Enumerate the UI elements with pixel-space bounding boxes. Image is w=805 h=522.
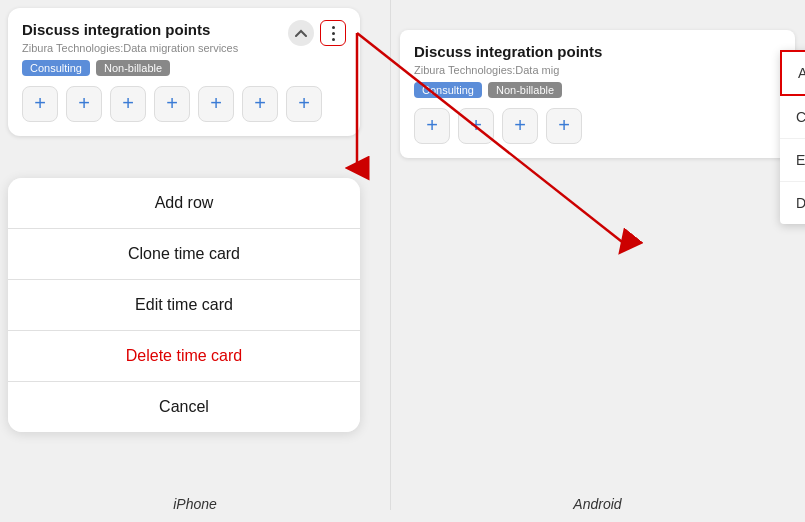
android-card-title-area: Discuss integration points Zibura Techno… xyxy=(414,42,602,76)
plus-button-7[interactable]: + xyxy=(286,86,322,122)
consulting-badge: Consulting xyxy=(22,60,90,76)
android-card-header: Discuss integration points Zibura Techno… xyxy=(414,42,781,76)
dot3 xyxy=(332,38,335,41)
android-card-subtitle: Zibura Technologies:Data mig xyxy=(414,64,602,76)
plus-button-4[interactable]: + xyxy=(154,86,190,122)
android-plus-button-3[interactable]: + xyxy=(502,108,538,144)
card-title: Discuss integration points xyxy=(22,20,238,40)
chevron-up-button[interactable] xyxy=(288,20,314,46)
android-card: Discuss integration points Zibura Techno… xyxy=(400,30,795,158)
plus-button-6[interactable]: + xyxy=(242,86,278,122)
dot1 xyxy=(332,26,335,29)
android-consulting-badge: Consulting xyxy=(414,82,482,98)
iphone-add-row[interactable]: Add row xyxy=(8,178,360,229)
android-card-container: Discuss integration points Zibura Techno… xyxy=(400,30,795,158)
plus-button-3[interactable]: + xyxy=(110,86,146,122)
dot2 xyxy=(332,32,335,35)
android-section: Discuss integration points Zibura Techno… xyxy=(400,30,795,158)
non-billable-badge: Non-billable xyxy=(96,60,170,76)
android-badge-row: Consulting Non-billable xyxy=(414,82,781,98)
android-delete-time-card[interactable]: Delete Time card xyxy=(780,182,805,224)
android-label: Android xyxy=(390,496,805,512)
android-plus-button-1[interactable]: + xyxy=(414,108,450,144)
android-edit-time-card[interactable]: Edit Time card xyxy=(780,139,805,182)
android-context-menu: Add new Time card row Clone Time card Ed… xyxy=(780,50,805,224)
plus-button-1[interactable]: + xyxy=(22,86,58,122)
plus-button-5[interactable]: + xyxy=(198,86,234,122)
android-non-billable-badge: Non-billable xyxy=(488,82,562,98)
plus-button-row: + + + + + + + xyxy=(22,86,346,122)
iphone-edit-time-card[interactable]: Edit time card xyxy=(8,280,360,331)
chevron-up-icon xyxy=(295,29,307,37)
more-options-button[interactable] xyxy=(320,20,346,46)
android-plus-button-4[interactable]: + xyxy=(546,108,582,144)
section-divider xyxy=(390,0,391,510)
card-header: Discuss integration points Zibura Techno… xyxy=(22,20,346,54)
iphone-clone-time-card[interactable]: Clone time card xyxy=(8,229,360,280)
iphone-cancel[interactable]: Cancel xyxy=(8,382,360,432)
android-card-title: Discuss integration points xyxy=(414,42,602,62)
card-action-buttons xyxy=(288,20,346,46)
card-title-area: Discuss integration points Zibura Techno… xyxy=(22,20,238,54)
android-clone-time-card[interactable]: Clone Time card xyxy=(780,96,805,139)
android-plus-button-row: + + + + xyxy=(414,108,781,144)
badge-row: Consulting Non-billable xyxy=(22,60,346,76)
iphone-label: iPhone xyxy=(0,496,390,512)
iphone-card: Discuss integration points Zibura Techno… xyxy=(8,8,360,136)
card-subtitle: Zibura Technologies:Data migration servi… xyxy=(22,42,238,54)
android-add-new-time-card-row[interactable]: Add new Time card row xyxy=(780,50,805,96)
android-plus-button-2[interactable]: + xyxy=(458,108,494,144)
plus-button-2[interactable]: + xyxy=(66,86,102,122)
iphone-section: Discuss integration points Zibura Techno… xyxy=(0,0,390,522)
iphone-delete-time-card[interactable]: Delete time card xyxy=(8,331,360,382)
iphone-context-menu: Add row Clone time card Edit time card D… xyxy=(8,178,360,432)
